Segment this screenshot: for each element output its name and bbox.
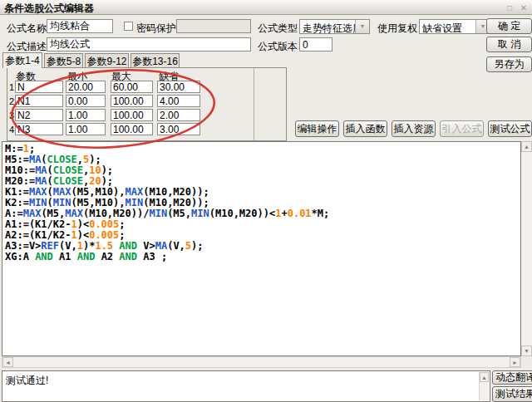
param-max-input[interactable] [111,95,153,107]
param-min-input[interactable] [66,123,106,135]
param-default-input[interactable] [157,109,200,121]
code-token: AND [77,251,96,262]
adjust-rights-label: 使用复权 [377,22,417,36]
code-token: K2:= [5,197,29,208]
code-token: REF [41,240,59,252]
param-default-input[interactable] [157,123,200,135]
formula-desc-input[interactable] [47,37,251,51]
param-row-index: 4 [8,125,14,135]
param-min-input[interactable] [66,81,106,93]
code-horizontal-scrollbar[interactable]: ◄ ► [2,356,521,368]
code-token: M5:= [5,154,29,165]
scroll-left-icon[interactable]: ◄ [2,357,13,367]
insert-resource-button[interactable]: 插入资源 [392,120,436,137]
code-token: 1 [71,218,76,230]
ok-button[interactable]: 确 定 [486,18,532,34]
code-token: )< [77,229,89,241]
password-protect-checkbox[interactable] [124,22,133,31]
param-min-input[interactable] [66,109,106,121]
tab-params-9-12[interactable]: 参数9-12 [85,53,129,67]
code-token: MAX [65,208,83,219]
code-token: CLOSE [47,154,77,165]
status-scrollbar[interactable]: ▲ [479,372,489,400]
code-vertical-scrollbar[interactable]: ▲ ▼ [521,141,532,356]
scroll-down-icon[interactable]: ▼ [521,346,532,356]
import-formula-button: 引入公式 [440,120,484,137]
formula-version-label: 公式版本 [258,40,298,54]
code-token: A2 [95,251,119,262]
code-token: M10:= [5,164,35,176]
scroll-up-icon[interactable]: ▲ [521,141,532,152]
code-token: A3:=V> [5,240,41,252]
test-formula-button[interactable]: 测试公式 [488,120,532,137]
code-token: (M10,M20)); [143,186,209,198]
adjust-rights-value: 缺省设置 [422,22,462,36]
insert-function-button[interactable]: 插入函数 [343,120,387,137]
param-max-input[interactable] [111,81,153,93]
close-icon[interactable]: ✕ [518,2,530,13]
code-token: (M5, [167,208,191,219]
code-token: 1.5 [95,240,113,252]
edit-operations-button[interactable]: 编辑操作 [295,120,339,137]
code-token: MAX [126,186,144,198]
scroll-right-icon[interactable]: ► [510,357,520,367]
code-token: MIN [191,208,209,219]
formula-name-label: 公式名称 [7,22,47,36]
test-result-panel: 测试通过! ▲ [2,370,490,402]
tab-params-5-8[interactable]: 参数5-8 [44,53,83,67]
code-token: MIN [53,197,71,208]
param-name-input[interactable] [15,109,63,121]
chevron-down-icon[interactable]: ▼ [355,20,369,33]
code-token: ( [47,164,53,176]
formula-type-value: 走势特征选股 [303,22,362,36]
code-token: AND [119,240,137,252]
code-token: 20 [89,175,101,187]
tab-params-1-4[interactable]: 参数1-4 [2,52,42,68]
code-token: M20:= [5,175,35,187]
code-token: )* [83,240,95,252]
param-name-input[interactable] [15,95,63,107]
code-token: (M5,M10), [71,186,126,198]
code-editor[interactable]: M:=1;M5:=MA(CLOSE,5);M10:=MA(CLOSE,10);M… [2,141,521,356]
divider [254,68,254,140]
code-token: AND [35,251,53,262]
code-token: (V, [59,240,77,252]
code-token: K1:= [5,186,29,198]
code-token: M:= [5,143,23,154]
param-default-input[interactable] [157,95,200,107]
code-token: MIN [126,197,144,208]
code-token: ); [101,175,113,187]
test-result-button[interactable]: 测试结果 [492,386,532,402]
adjust-rights-select[interactable]: 缺省设置 ▼ [419,19,490,34]
password-protect-label: 密码保护 [136,22,176,36]
code-token: 10 [89,164,101,176]
save-as-button[interactable]: 另存为 [486,56,532,72]
param-min-input[interactable] [66,95,106,107]
code-token: (V, [167,240,185,252]
param-row-index: 3 [8,110,14,120]
maximize-icon[interactable]: □ [504,2,515,13]
cancel-button[interactable]: 取 消 [486,37,532,52]
formula-name-input[interactable] [47,19,113,33]
formula-version-input[interactable] [299,37,332,51]
param-name-input[interactable] [15,81,63,93]
scroll-up-icon[interactable]: ▲ [480,372,489,382]
tab-params-13-16[interactable]: 参数13-16 [131,53,180,67]
code-token: 5 [185,240,191,252]
window-title: 条件选股公式编辑器 [4,2,94,16]
code-token: (M10,M20)); [143,197,209,208]
code-token: 1 [71,229,76,241]
param-max-input[interactable] [111,109,153,121]
code-token: (M5,M10), [71,197,126,208]
code-token: ); [89,154,101,165]
param-row-index: 1 [8,82,14,92]
param-max-input[interactable] [111,123,153,135]
status-message: 测试通过! [6,374,48,388]
param-default-input[interactable] [157,81,200,93]
param-name-input[interactable] [15,123,63,135]
formula-type-select[interactable]: 走势特征选股 ▼ [299,19,370,34]
code-token: (M5, [41,208,65,219]
code-token: MAX [53,186,71,198]
code-token: A1:=(K1/K2- [5,218,71,230]
dynamic-translate-button[interactable]: 动态翻译 [492,370,532,385]
